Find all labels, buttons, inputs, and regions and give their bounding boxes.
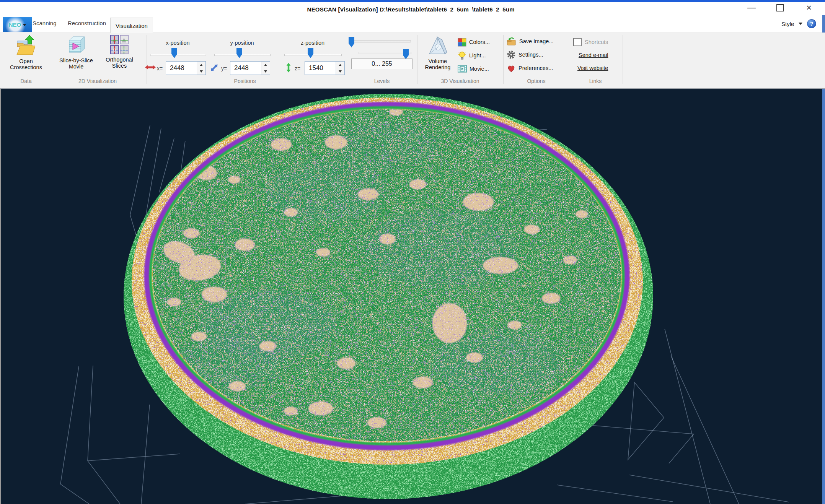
- send-email-link[interactable]: Send e-mail: [579, 52, 608, 58]
- help-button[interactable]: ?: [807, 19, 816, 28]
- settings-button[interactable]: Settings...: [507, 50, 543, 60]
- viewport-3d[interactable]: [0, 89, 825, 504]
- save-image-icon: [507, 37, 517, 46]
- orthogonal-slices-label: Orthogonal: [106, 57, 133, 63]
- stepper-down-icon[interactable]: [336, 68, 344, 75]
- light-label: Light...: [469, 52, 486, 59]
- y-position-slider-thumb[interactable]: [236, 48, 242, 58]
- x-position-slider-thumb[interactable]: [171, 48, 177, 58]
- x-prefix: x=: [157, 65, 163, 72]
- ribbon-tab-bar: NEO Scanning Reconstruction Visualizatio…: [0, 15, 825, 33]
- orthogonal-slices-button[interactable]: Orthogonal Slices: [100, 35, 139, 69]
- levels-min-slider-thumb[interactable]: [349, 37, 354, 47]
- maximize-button[interactable]: [771, 2, 788, 13]
- maximize-icon: [776, 4, 784, 11]
- x-position-field: [166, 61, 206, 75]
- preferences-label: Preferences...: [518, 65, 553, 71]
- close-icon: ×: [806, 2, 812, 13]
- light-icon: [458, 51, 466, 60]
- group-title-levels: Levels: [351, 78, 412, 84]
- stepper-down-icon[interactable]: [197, 68, 205, 75]
- group-divider: [503, 35, 504, 84]
- save-image-button[interactable]: Save Image...: [507, 36, 553, 46]
- z-position-stepper[interactable]: [336, 62, 344, 75]
- chevron-down-icon: [799, 23, 802, 25]
- minimize-button[interactable]: —: [743, 2, 760, 13]
- window-title: NEOSCAN [Visualization] D:\Results\table…: [0, 6, 825, 13]
- open-crossections-button[interactable]: Open Crossections: [5, 35, 47, 70]
- title-bar: NEOSCAN [Visualization] D:\Results\table…: [0, 2, 825, 15]
- orthogonal-slices-icon: [110, 35, 129, 55]
- tab-scanning[interactable]: Scanning: [33, 20, 57, 26]
- x-axis-icon: [145, 64, 156, 71]
- tablet-render: [0, 89, 825, 504]
- open-crossections-label: Open: [19, 58, 33, 64]
- z-prefix: z=: [295, 65, 300, 72]
- x-position-input[interactable]: [166, 62, 197, 75]
- y-prefix: y=: [221, 65, 227, 72]
- viewport-left-edge: [0, 89, 1, 504]
- y-position-field: [230, 61, 270, 75]
- levels-range-field[interactable]: 0... 255: [351, 59, 412, 69]
- shortcuts-checkbox-row[interactable]: Shortcuts: [573, 38, 608, 46]
- volume-rendering-label: Volume: [429, 58, 447, 64]
- style-selector[interactable]: Style ?: [781, 19, 816, 28]
- close-button[interactable]: ×: [801, 2, 817, 13]
- style-label: Style: [781, 21, 794, 27]
- slice-movie-label: Slice-by-Slice: [59, 57, 93, 63]
- tab-visualization[interactable]: Visualization: [110, 18, 153, 33]
- stepper-down-icon[interactable]: [261, 68, 270, 75]
- save-image-label: Save Image...: [519, 38, 553, 44]
- open-folder-icon: [16, 35, 36, 56]
- y-position-input[interactable]: [230, 62, 261, 75]
- z-position-input[interactable]: [305, 62, 336, 75]
- volume-rendering-icon: [427, 35, 448, 56]
- tab-visualization-label: Visualization: [116, 23, 148, 29]
- y-axis-icon: [209, 63, 219, 73]
- stepper-up-icon[interactable]: [336, 62, 344, 68]
- group-divider: [347, 35, 347, 84]
- volume-rendering-button[interactable]: Volume Rendering: [420, 35, 455, 70]
- movie-label: Movie...: [470, 66, 489, 72]
- shortcuts-checkbox[interactable]: [573, 38, 582, 46]
- group-divider: [623, 35, 623, 84]
- app-menu-button[interactable]: NEO: [3, 17, 32, 32]
- z-axis-icon: [285, 62, 292, 73]
- app-window: NEOSCAN [Visualization] D:\Results\table…: [0, 0, 825, 504]
- y-position-stepper[interactable]: [261, 62, 270, 75]
- levels-min-slider[interactable]: [354, 40, 411, 42]
- stepper-up-icon[interactable]: [261, 62, 270, 68]
- group-title-options: Options: [507, 78, 566, 84]
- group-title-3d: 3D Visualization: [419, 78, 501, 84]
- tab-reconstruction[interactable]: Reconstruction: [68, 20, 106, 26]
- x-position-stepper[interactable]: [197, 62, 205, 75]
- heart-icon: [507, 64, 516, 73]
- group-title-data: Data: [4, 78, 48, 84]
- z-position-field: [305, 61, 345, 75]
- group-divider: [147, 35, 147, 84]
- movie-icon: [458, 65, 467, 73]
- z-position-label: z-position: [284, 40, 341, 46]
- x-position-slider[interactable]: [150, 54, 206, 56]
- group-title-positions: Positions: [161, 78, 329, 84]
- gear-icon: [507, 50, 516, 59]
- ribbon: Open Crossections Data Slice-by-Slice Mo…: [0, 33, 825, 89]
- preferences-button[interactable]: Preferences...: [507, 63, 553, 73]
- help-icon: ?: [810, 21, 814, 27]
- light-button[interactable]: Light...: [458, 50, 486, 60]
- group-divider: [51, 35, 51, 84]
- sub-divider: [275, 36, 275, 74]
- z-position-slider-thumb[interactable]: [308, 48, 313, 58]
- visit-website-link[interactable]: Visit website: [577, 65, 608, 71]
- chevron-down-icon: [23, 24, 26, 26]
- movie-button[interactable]: Movie...: [458, 64, 489, 74]
- slice-by-slice-movie-button[interactable]: Slice-by-Slice Movie: [54, 35, 99, 70]
- x-position-label: x-position: [150, 40, 205, 46]
- y-position-slider[interactable]: [214, 54, 271, 56]
- group-divider: [417, 35, 417, 84]
- colors-button[interactable]: Colors...: [458, 37, 490, 47]
- app-menu-label: NEO: [9, 21, 21, 28]
- settings-label: Settings...: [518, 52, 543, 58]
- levels-max-slider-thumb[interactable]: [403, 49, 409, 59]
- stepper-up-icon[interactable]: [197, 62, 205, 68]
